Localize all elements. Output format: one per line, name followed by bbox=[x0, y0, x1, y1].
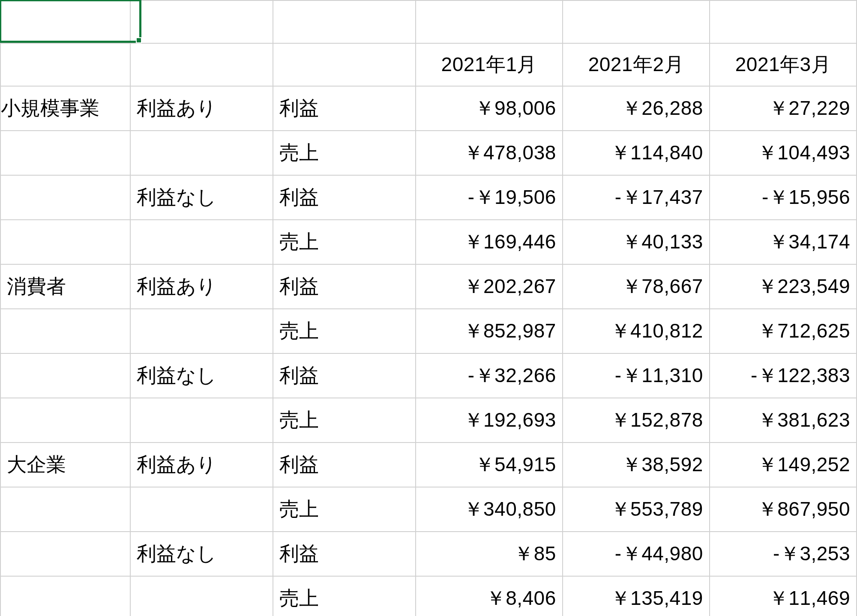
value-cell[interactable]: -￥122,383 bbox=[710, 353, 857, 398]
metric-cell[interactable]: 利益 bbox=[273, 353, 416, 398]
value-cell[interactable]: -￥19,506 bbox=[416, 175, 563, 220]
value-cell[interactable]: ￥27,229 bbox=[710, 86, 857, 131]
column-header[interactable]: 2021年3月 bbox=[710, 43, 857, 86]
segment-cell[interactable] bbox=[0, 309, 130, 353]
subgroup-cell[interactable]: 利益なし bbox=[130, 353, 273, 398]
value-cell[interactable]: ￥104,493 bbox=[710, 131, 857, 175]
value-cell[interactable]: ￥40,133 bbox=[563, 220, 710, 264]
value-cell[interactable]: ￥38,592 bbox=[563, 443, 710, 487]
cell-blank-e0[interactable] bbox=[563, 0, 710, 43]
value-cell[interactable]: ￥8,406 bbox=[416, 576, 563, 616]
cell-blank-b1[interactable] bbox=[130, 43, 273, 86]
subgroup-cell[interactable] bbox=[130, 398, 273, 443]
subgroup-cell[interactable] bbox=[130, 131, 273, 175]
metric-cell[interactable]: 売上 bbox=[273, 398, 416, 443]
value-cell[interactable]: ￥340,850 bbox=[416, 487, 563, 532]
cell-blank-a0[interactable] bbox=[0, 0, 130, 43]
value-cell[interactable]: ￥852,987 bbox=[416, 309, 563, 353]
value-cell[interactable]: -￥32,266 bbox=[416, 353, 563, 398]
value-cell[interactable]: ￥149,252 bbox=[710, 443, 857, 487]
value-cell[interactable]: ￥410,812 bbox=[563, 309, 710, 353]
subgroup-cell[interactable] bbox=[130, 576, 273, 616]
metric-cell[interactable]: 売上 bbox=[273, 131, 416, 175]
value-cell[interactable]: ￥381,623 bbox=[710, 398, 857, 443]
cell-blank-a1[interactable] bbox=[0, 43, 130, 86]
value-cell[interactable]: ￥202,267 bbox=[416, 264, 563, 309]
metric-cell[interactable]: 売上 bbox=[273, 220, 416, 264]
metric-cell[interactable]: 売上 bbox=[273, 487, 416, 532]
segment-cell[interactable] bbox=[0, 220, 130, 264]
value-cell[interactable]: -￥17,437 bbox=[563, 175, 710, 220]
value-cell[interactable]: -￥3,253 bbox=[710, 532, 857, 576]
segment-cell[interactable] bbox=[0, 576, 130, 616]
subgroup-cell[interactable]: 利益あり bbox=[130, 86, 273, 131]
value-cell[interactable]: ￥192,693 bbox=[416, 398, 563, 443]
metric-cell[interactable]: 利益 bbox=[273, 175, 416, 220]
metric-cell[interactable]: 利益 bbox=[273, 264, 416, 309]
value-cell[interactable]: ￥11,469 bbox=[710, 576, 857, 616]
segment-cell[interactable] bbox=[0, 175, 130, 220]
segment-cell[interactable]: 消費者 bbox=[0, 264, 130, 309]
metric-cell[interactable]: 売上 bbox=[273, 309, 416, 353]
value-cell[interactable]: ￥553,789 bbox=[563, 487, 710, 532]
value-cell[interactable]: ￥54,915 bbox=[416, 443, 563, 487]
value-cell[interactable]: -￥15,956 bbox=[710, 175, 857, 220]
segment-cell[interactable]: 小規模事業 bbox=[0, 86, 130, 131]
segment-cell[interactable] bbox=[0, 532, 130, 576]
cell-blank-b0[interactable] bbox=[130, 0, 273, 43]
value-cell[interactable]: ￥169,446 bbox=[416, 220, 563, 264]
metric-cell[interactable]: 利益 bbox=[273, 532, 416, 576]
segment-cell[interactable] bbox=[0, 131, 130, 175]
metric-cell[interactable]: 利益 bbox=[273, 443, 416, 487]
value-cell[interactable]: ￥223,549 bbox=[710, 264, 857, 309]
value-cell[interactable]: ￥98,006 bbox=[416, 86, 563, 131]
subgroup-cell[interactable]: 利益あり bbox=[130, 264, 273, 309]
metric-cell[interactable]: 売上 bbox=[273, 576, 416, 616]
subgroup-cell[interactable] bbox=[130, 220, 273, 264]
value-cell[interactable]: ￥85 bbox=[416, 532, 563, 576]
segment-cell[interactable]: 大企業 bbox=[0, 443, 130, 487]
pivot-table[interactable]: 2021年1月2021年2月2021年3月小規模事業利益あり利益￥98,006￥… bbox=[0, 0, 857, 616]
column-header[interactable]: 2021年1月 bbox=[416, 43, 563, 86]
column-header[interactable]: 2021年2月 bbox=[563, 43, 710, 86]
value-cell[interactable]: ￥34,174 bbox=[710, 220, 857, 264]
segment-cell[interactable] bbox=[0, 398, 130, 443]
value-cell[interactable]: ￥114,840 bbox=[563, 131, 710, 175]
subgroup-cell[interactable]: 利益なし bbox=[130, 532, 273, 576]
cell-blank-f0[interactable] bbox=[710, 0, 857, 43]
value-cell[interactable]: -￥44,980 bbox=[563, 532, 710, 576]
value-cell[interactable]: ￥867,950 bbox=[710, 487, 857, 532]
segment-cell[interactable] bbox=[0, 487, 130, 532]
value-cell[interactable]: ￥26,288 bbox=[563, 86, 710, 131]
value-cell[interactable]: -￥11,310 bbox=[563, 353, 710, 398]
subgroup-cell[interactable]: 利益あり bbox=[130, 443, 273, 487]
subgroup-cell[interactable] bbox=[130, 487, 273, 532]
value-cell[interactable]: ￥152,878 bbox=[563, 398, 710, 443]
subgroup-cell[interactable] bbox=[130, 309, 273, 353]
cell-blank-c1[interactable] bbox=[273, 43, 416, 86]
value-cell[interactable]: ￥478,038 bbox=[416, 131, 563, 175]
value-cell[interactable]: ￥135,419 bbox=[563, 576, 710, 616]
value-cell[interactable]: ￥78,667 bbox=[563, 264, 710, 309]
metric-cell[interactable]: 利益 bbox=[273, 86, 416, 131]
cell-blank-c0[interactable] bbox=[273, 0, 416, 43]
value-cell[interactable]: ￥712,625 bbox=[710, 309, 857, 353]
subgroup-cell[interactable]: 利益なし bbox=[130, 175, 273, 220]
cell-blank-d0[interactable] bbox=[416, 0, 563, 43]
segment-cell[interactable] bbox=[0, 353, 130, 398]
